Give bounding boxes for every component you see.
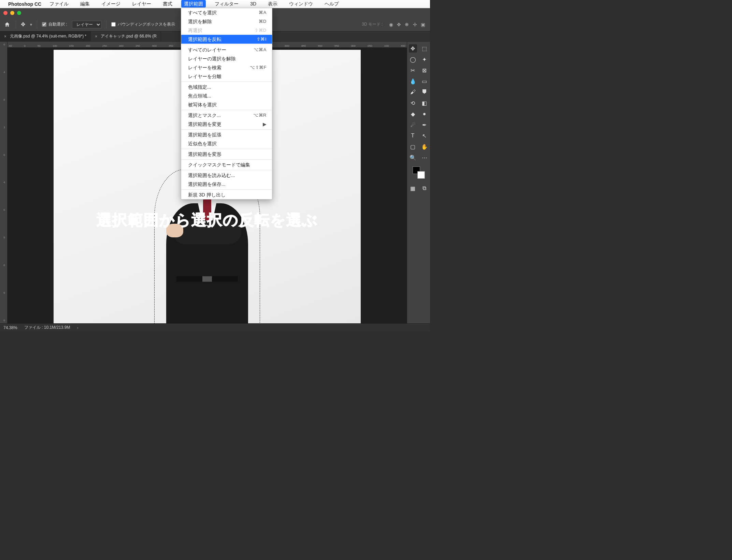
menu-item-label: 選択とマスク... xyxy=(188,112,253,119)
marquee-tool[interactable]: ⬚ xyxy=(420,44,429,53)
clone-tool[interactable]: ⛊ xyxy=(420,88,429,96)
menu-item-shortcut: ⌥⌘R xyxy=(253,112,267,119)
background-color[interactable] xyxy=(417,171,425,179)
menu-item-選択範囲を拡張[interactable]: 選択範囲を拡張 xyxy=(181,130,272,139)
menu-divider xyxy=(181,189,272,190)
menu-ファイル[interactable]: ファイル xyxy=(47,0,71,8)
eraser-tool[interactable]: ◧ xyxy=(420,99,429,107)
menu-item-被写体を選択[interactable]: 被写体を選択 xyxy=(181,100,272,109)
menu-item-選択範囲を変形[interactable]: 選択範囲を変形 xyxy=(181,150,272,159)
pan-icon[interactable]: ✥ xyxy=(397,22,401,27)
menu-item-label: 選択を解除 xyxy=(188,18,259,25)
menu-divider xyxy=(181,110,272,110)
tab-label: 元画像.psd @ 74.4% (suit-men, RGB/8*) * xyxy=(10,33,86,39)
menu-item-クイックマスクモードで編集[interactable]: クイックマスクモードで編集 xyxy=(181,160,272,169)
more-tool[interactable]: ⋯ xyxy=(420,153,429,162)
menu-item-すべてのレイヤー[interactable]: すべてのレイヤー⌥⌘A xyxy=(181,45,272,54)
menu-item-レイヤーを検索[interactable]: レイヤーを検索⌥⇧⌘F xyxy=(181,63,272,72)
menu-item-label: 新規 3D 押し出し xyxy=(188,191,267,198)
menu-divider xyxy=(181,129,272,130)
path-select-tool[interactable]: ↖ xyxy=(420,132,429,140)
bounding-box-checkbox[interactable]: バウンディングボックスを表示 xyxy=(111,21,175,27)
document-tab[interactable]: ×元画像.psd @ 74.4% (suit-men, RGB/8*) * xyxy=(0,31,91,41)
slide-icon[interactable]: ✢ xyxy=(413,22,417,27)
menu-item-選択範囲を保存...[interactable]: 選択範囲を保存... xyxy=(181,180,272,189)
menu-item-label: すべてを選択 xyxy=(188,9,259,16)
3d-mode-icons: ◉ ✥ ❋ ✢ ▣ xyxy=(388,22,427,27)
home-button[interactable] xyxy=(3,21,11,28)
tool-preset-chevron-icon[interactable]: ▾ xyxy=(30,22,32,27)
submenu-arrow-icon: ▶ xyxy=(263,121,267,128)
menu-イメージ[interactable]: イメージ xyxy=(99,0,123,8)
quick-mask-button[interactable]: ▦ xyxy=(409,184,417,192)
menu-レイヤー[interactable]: レイヤー xyxy=(129,0,154,8)
frame-tool[interactable]: ▭ xyxy=(420,77,429,85)
menu-item-label: レイヤーを分離 xyxy=(188,73,267,80)
separator xyxy=(16,20,16,29)
magic-wand-tool[interactable]: ✦ xyxy=(420,55,429,63)
dolly-icon[interactable]: ❋ xyxy=(405,22,409,27)
zoom-window-button[interactable] xyxy=(17,11,21,15)
document-tab[interactable]: ×アイキャッチ.psd @ 66.8% (R xyxy=(91,31,161,41)
lasso-tool[interactable]: ◯ xyxy=(409,55,417,63)
home-icon xyxy=(4,21,10,28)
close-tab-icon[interactable]: × xyxy=(95,34,97,39)
minimize-window-button[interactable] xyxy=(10,11,14,15)
menu-ウィンドウ[interactable]: ウィンドウ xyxy=(286,0,316,8)
menu-ヘルプ[interactable]: ヘルプ xyxy=(322,0,342,8)
menu-item-選択範囲を反転[interactable]: 選択範囲を反転⇧⌘I xyxy=(181,35,272,44)
menu-item-レイヤーの選択を解除[interactable]: レイヤーの選択を解除 xyxy=(181,54,272,63)
bucket-tool[interactable]: ◆ xyxy=(409,110,417,118)
rectangle-tool[interactable]: ▢ xyxy=(409,143,417,151)
move-tool[interactable]: ✥ xyxy=(409,44,417,53)
ruler-vertical[interactable]: 04030405060 xyxy=(1,42,8,323)
menu-書式[interactable]: 書式 xyxy=(160,0,175,8)
menu-item-新規 3D 押し出し[interactable]: 新規 3D 押し出し xyxy=(181,190,272,199)
pen-tool[interactable]: ✒ xyxy=(420,121,429,129)
type-tool[interactable]: T xyxy=(409,132,417,140)
annotation-overlay: 選択範囲から選択の反転を選ぶ xyxy=(97,210,318,230)
menu-フィルター[interactable]: フィルター xyxy=(212,0,241,8)
menu-item-選択範囲を変更[interactable]: 選択範囲を変更▶ xyxy=(181,120,272,129)
slice-tool[interactable]: ⊠ xyxy=(420,66,429,74)
close-window-button[interactable] xyxy=(3,11,8,15)
menu-item-選択範囲を読み込む...[interactable]: 選択範囲を読み込む... xyxy=(181,171,272,180)
auto-select-checkbox[interactable]: 自動選択 : xyxy=(42,21,67,27)
status-bar: 74.38% ファイル : 10.1M/213.9M › xyxy=(0,323,430,331)
menu-item-レイヤーを分離[interactable]: レイヤーを分離 xyxy=(181,72,272,81)
document-size[interactable]: ファイル : 10.1M/213.9M xyxy=(24,325,70,330)
eyedropper-tool[interactable]: 💧 xyxy=(409,77,417,85)
orbit-icon[interactable]: ◉ xyxy=(389,22,393,27)
crop-tool[interactable]: ✂ xyxy=(409,66,417,74)
menu-item-選択を解除[interactable]: 選択を解除⌘D xyxy=(181,17,272,26)
screen-mode-button[interactable]: ⧉ xyxy=(420,184,429,192)
brush-tool[interactable]: 🖌 xyxy=(409,88,417,96)
bounding-box-label: バウンディングボックスを表示 xyxy=(118,21,175,27)
hand-tool[interactable]: ✋ xyxy=(420,143,429,151)
separator xyxy=(37,20,37,29)
auto-select-target-dropdown[interactable]: レイヤー xyxy=(72,21,101,28)
menu-item-label: 近似色を選択 xyxy=(188,140,267,147)
menu-選択範囲[interactable]: 選択範囲 xyxy=(181,0,206,8)
menu-item-近似色を選択[interactable]: 近似色を選択 xyxy=(181,139,272,148)
auto-select-input[interactable] xyxy=(42,22,46,27)
zoom-tool[interactable]: 🔍 xyxy=(409,153,417,162)
camera-icon[interactable]: ▣ xyxy=(421,22,425,27)
app-name[interactable]: Photoshop CC xyxy=(8,1,41,7)
color-swatches[interactable] xyxy=(413,166,425,179)
menu-item-色域指定...[interactable]: 色域指定... xyxy=(181,83,272,91)
menu-編集[interactable]: 編集 xyxy=(77,0,92,8)
status-chevron-icon[interactable]: › xyxy=(77,325,78,330)
history-brush-tool[interactable]: ⟲ xyxy=(409,99,417,107)
menu-item-label: 被写体を選択 xyxy=(188,101,267,108)
menu-表示[interactable]: 表示 xyxy=(265,0,280,8)
menu-item-選択とマスク...[interactable]: 選択とマスク...⌥⌘R xyxy=(181,111,272,120)
zoom-level[interactable]: 74.38% xyxy=(3,325,17,330)
bounding-box-input[interactable] xyxy=(111,22,116,27)
close-tab-icon[interactable]: × xyxy=(4,34,6,39)
menu-item-焦点領域...[interactable]: 焦点領域... xyxy=(181,91,272,100)
menu-item-すべてを選択[interactable]: すべてを選択⌘A xyxy=(181,8,272,17)
dodge-tool[interactable]: ☄ xyxy=(409,121,417,129)
menu-3D[interactable]: 3D xyxy=(247,0,259,8)
blur-tool[interactable]: ● xyxy=(420,110,429,118)
